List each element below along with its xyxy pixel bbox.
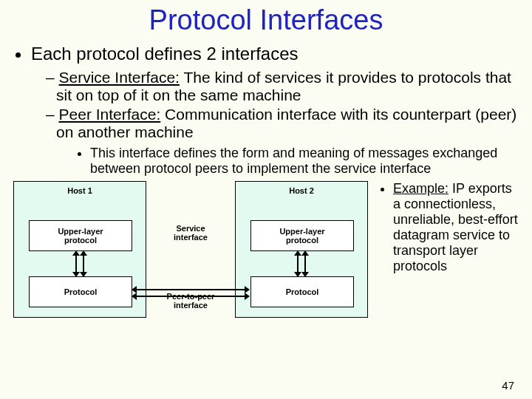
host1-lower-box: Protocol (29, 276, 132, 307)
sub-peer-label: Peer Interface: (59, 106, 161, 123)
host2-upper-box: Upper-layerprotocol (250, 220, 354, 251)
lower-area: Host 1 Upper-layerprotocol Protocol Host… (13, 181, 519, 318)
host2-lower-text: Protocol (286, 287, 319, 296)
sub-peer: Peer Interface: Communication interface … (46, 106, 519, 177)
host1-upper-box: Upper-layerprotocol (29, 220, 132, 251)
host-1: Host 1 Upper-layerprotocol Protocol (13, 181, 146, 318)
host-1-label: Host 1 (14, 186, 146, 195)
slide: Protocol Interfaces Each protocol define… (0, 0, 532, 399)
host1-upper-text: Upper-layerprotocol (58, 227, 103, 245)
service-arrow-1 (69, 251, 92, 276)
host2-lower-box: Protocol (250, 276, 354, 307)
peer-interface-label: Peer-to-peerinterface (154, 292, 228, 310)
host-2-label: Host 2 (236, 186, 367, 195)
bullet-main: Each protocol defines 2 interfaces Servi… (31, 44, 519, 177)
subsub-item: This interface defines the form and mean… (90, 146, 519, 177)
host2-upper-text: Upper-layerprotocol (279, 227, 324, 245)
host1-lower-text: Protocol (64, 287, 98, 296)
diagram-wrap: Host 1 Upper-layerprotocol Protocol Host… (13, 181, 375, 318)
page-number: 47 (502, 379, 514, 392)
bullet-list: Each protocol defines 2 interfaces Servi… (18, 44, 519, 177)
slide-title: Protocol Interfaces (13, 4, 519, 36)
host-2: Host 2 Upper-layerprotocol Protocol (235, 181, 368, 318)
sub-list: Service Interface: The kind of services … (38, 69, 519, 177)
sub-service: Service Interface: The kind of services … (46, 69, 519, 104)
diagram: Host 1 Upper-layerprotocol Protocol Host… (13, 181, 368, 318)
example-label: Example: (393, 181, 449, 196)
bullet-main-text: Each protocol defines 2 interfaces (31, 44, 299, 64)
service-interface-label: Serviceinterface (154, 224, 228, 242)
sub-service-label: Service Interface: (59, 69, 180, 86)
service-arrow-2 (291, 251, 313, 276)
example-block: Example: IP exports a connectionless, un… (375, 181, 519, 274)
subsub-list: This interface defines the form and mean… (77, 146, 519, 177)
example-item: Example: IP exports a connectionless, un… (393, 181, 519, 274)
